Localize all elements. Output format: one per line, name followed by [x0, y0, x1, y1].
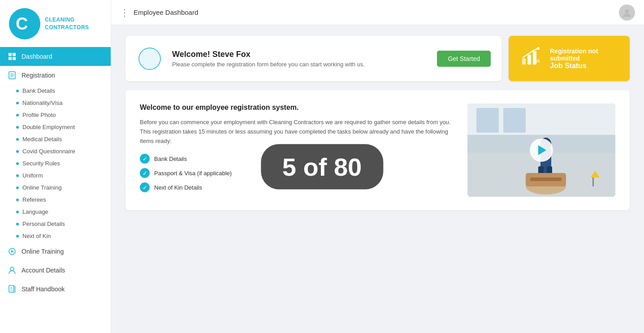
account-icon — [7, 265, 17, 275]
checklist-item-1: ✓ Bank Details — [140, 154, 453, 164]
sub-uniform-label: Uniform — [22, 172, 43, 179]
dashboard-icon — [7, 52, 17, 61]
registration-label: Registration — [22, 72, 55, 79]
sub-personal-details-label: Personal Details — [22, 221, 65, 227]
online-training-label: Online Training — [22, 248, 64, 255]
svg-point-18 — [139, 48, 160, 69]
sub-medical-details-label: Medical Details — [22, 136, 62, 143]
checklist-item-3-label: Next of Kin Details — [154, 184, 202, 191]
info-card: Welcome to our employee registration sys… — [125, 90, 630, 210]
svg-rect-2 — [13, 53, 16, 56]
svg-point-23 — [537, 47, 540, 50]
info-text-section: Welcome to our employee registration sys… — [140, 104, 453, 197]
checklist: ✓ Bank Details ✓ Passport & Visa (if app… — [140, 154, 453, 192]
sub-dot — [16, 114, 19, 117]
sub-language-label: Language — [22, 208, 48, 215]
welcome-description: Please complete the registration form be… — [172, 61, 365, 68]
sub-profile-photo[interactable]: Profile Photo — [0, 109, 111, 121]
sub-covid-questionnaire[interactable]: Covid Questionnaire — [0, 145, 111, 157]
sub-uniform[interactable]: Uniform — [0, 169, 111, 182]
sub-dot — [16, 138, 19, 141]
menu-dots-icon[interactable]: ⋮ — [120, 7, 129, 18]
svg-rect-28 — [503, 108, 526, 133]
svg-rect-38 — [592, 177, 594, 186]
video-container[interactable] — [467, 104, 615, 197]
svg-rect-3 — [9, 57, 12, 60]
welcome-card: 👋 Welcome! Steve Fox Please complete the… — [125, 36, 501, 81]
sub-dot — [16, 174, 19, 177]
sub-profile-photo-label: Profile Photo — [22, 112, 56, 118]
top-cards: 👋 Welcome! Steve Fox Please complete the… — [125, 36, 630, 81]
logo-area: C CLEANING CONTRACTORS — [0, 0, 111, 47]
nav-dashboard[interactable]: Dashboard — [0, 47, 111, 66]
nav-staff-handbook[interactable]: Staff Handbook — [0, 280, 111, 298]
sub-online-training[interactable]: Online Training — [0, 182, 111, 194]
svg-rect-27 — [476, 108, 499, 133]
sub-next-of-kin[interactable]: Next of Kin — [0, 230, 111, 242]
avatar[interactable] — [619, 4, 635, 21]
registration-icon — [7, 70, 17, 80]
svg-rect-4 — [13, 57, 16, 60]
sub-next-of-kin-label: Next of Kin — [22, 233, 51, 239]
sub-referees[interactable]: Referees — [0, 194, 111, 206]
sub-personal-details[interactable]: Personal Details — [0, 218, 111, 230]
check-icon-2: ✓ — [140, 168, 150, 178]
sub-dot — [16, 235, 19, 238]
sub-nationality-visa-label: Nationality/Visa — [22, 99, 62, 106]
checklist-item-2: ✓ Passport & Visa (if applicable) — [140, 168, 453, 178]
status-sub-text: Job Status — [550, 62, 619, 70]
nav-registration[interactable]: Registration — [0, 66, 111, 85]
sub-referees-label: Referees — [22, 196, 46, 203]
svg-point-17 — [625, 9, 629, 13]
status-chart-icon: ! — [519, 45, 543, 72]
play-triangle-icon — [538, 145, 546, 155]
staff-handbook-label: Staff Handbook — [22, 285, 65, 293]
sub-covid-questionnaire-label: Covid Questionnaire — [22, 148, 75, 155]
account-details-label: Account Details — [22, 267, 65, 274]
logo-text: CLEANING CONTRACTORS — [45, 16, 89, 31]
svg-marker-10 — [11, 250, 14, 253]
svg-rect-13 — [14, 286, 15, 292]
sub-dot — [16, 211, 19, 213]
welcome-heading: Welcome! Steve Fox — [172, 50, 365, 59]
topbar: ⋮ Employee Dashboard — [111, 0, 644, 25]
svg-rect-36 — [530, 177, 562, 181]
wave-icon: 👋 — [136, 45, 163, 72]
sub-online-training-label: Online Training — [22, 184, 61, 191]
nav-online-training[interactable]: Online Training — [0, 242, 111, 261]
sub-language[interactable]: Language — [0, 206, 111, 218]
status-text: Registration not submitted Job Status — [550, 48, 619, 70]
sub-dot — [16, 126, 19, 129]
online-training-icon — [7, 247, 17, 256]
registration-submenu: Bank Details Nationality/Visa Profile Ph… — [0, 85, 111, 242]
sidebar: C CLEANING CONTRACTORS Dashboard — [0, 0, 111, 333]
sub-dot — [16, 90, 19, 92]
dashboard-label: Dashboard — [22, 53, 52, 60]
info-paragraph: Before you can commence your employment … — [140, 118, 453, 146]
info-heading: Welcome to our employee registration sys… — [140, 104, 453, 112]
get-started-button[interactable]: Get Started — [437, 51, 491, 67]
sub-security-rules-label: Security Rules — [22, 160, 60, 167]
nav-account-details[interactable]: Account Details — [0, 261, 111, 280]
checklist-item-3: ✓ Next of Kin Details — [140, 182, 453, 192]
welcome-text: Welcome! Steve Fox Please complete the r… — [172, 50, 365, 68]
check-icon-1: ✓ — [140, 154, 150, 164]
sub-dot — [16, 162, 19, 165]
sub-double-employment[interactable]: Double Employment — [0, 121, 111, 133]
sub-medical-details[interactable]: Medical Details — [0, 133, 111, 145]
check-icon-3: ✓ — [140, 182, 150, 192]
logo-icon: C — [9, 8, 40, 39]
svg-text:C: C — [16, 14, 28, 33]
sub-dot — [16, 102, 19, 104]
sub-double-employment-label: Double Employment — [22, 124, 75, 130]
sub-security-rules[interactable]: Security Rules — [0, 157, 111, 169]
play-button[interactable] — [530, 138, 553, 162]
sub-dot — [16, 150, 19, 153]
sub-bank-details[interactable]: Bank Details — [0, 85, 111, 97]
sub-dot — [16, 199, 19, 201]
checklist-item-2-label: Passport & Visa (if applicable) — [154, 170, 232, 177]
sub-bank-details-label: Bank Details — [22, 87, 55, 94]
sub-dot — [16, 186, 19, 189]
svg-rect-1 — [9, 53, 12, 56]
sub-nationality-visa[interactable]: Nationality/Visa — [0, 97, 111, 109]
